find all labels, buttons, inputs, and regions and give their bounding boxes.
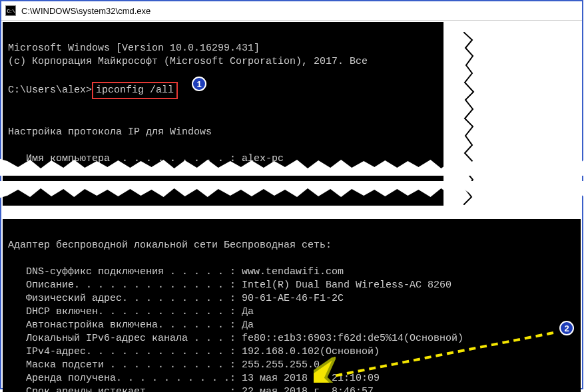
annotation-arrow [314, 329, 560, 386]
svg-line-0 [334, 333, 553, 376]
cmd-window: C:\ C:\WINDOWS\system32\cmd.exe Microsof… [0, 0, 583, 389]
section-title: Настройка протокола IP для Windows [8, 126, 212, 138]
cmd-icon: C:\ [5, 5, 16, 16]
annotation-badge-2: 2 [559, 321, 574, 335]
torn-edge [0, 181, 585, 198]
adapter-header: Адаптер беспроводной локальной сети Бесп… [8, 240, 332, 251]
torn-edge [428, 19, 445, 206]
banner-line1: Microsoft Windows [Version 10.0.16299.43… [8, 43, 260, 54]
torn-edge [0, 158, 585, 176]
prompt-path: C:\Users\alex> [8, 84, 92, 97]
annotation-badge-1: 1 [192, 77, 206, 91]
command-highlight: ipconfig /all [92, 82, 178, 99]
window-title: C:\WINDOWS\system32\cmd.exe [21, 6, 150, 16]
title-bar[interactable]: C:\ C:\WINDOWS\system32\cmd.exe [1, 1, 582, 21]
terminal-output-top[interactable]: Microsoft Windows [Version 10.0.16299.43… [3, 22, 443, 206]
banner-line2: (c) Корпорация Майкрософт (Microsoft Cor… [8, 56, 368, 67]
